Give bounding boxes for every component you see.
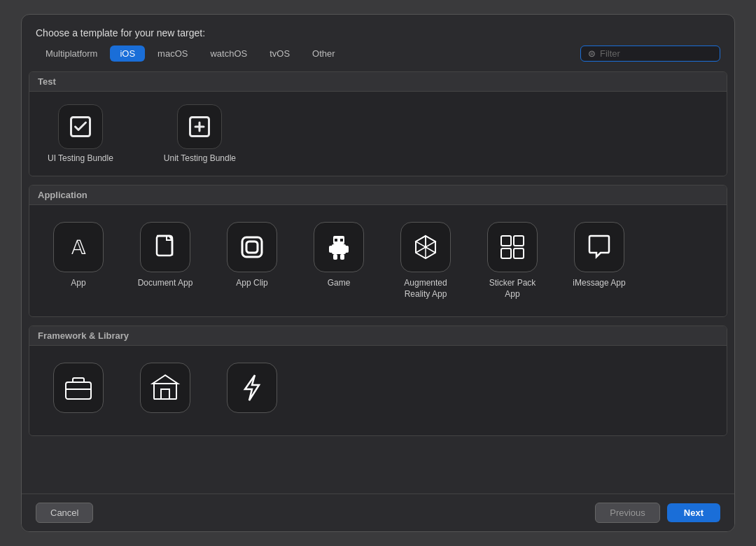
svg-rect-26 (154, 384, 176, 399)
framework-icon-1 (53, 363, 104, 413)
dialog-title: Choose a template for your new target: (22, 15, 734, 46)
tab-macos[interactable]: macOS (148, 46, 197, 62)
ar-app-label: Augmented Reality App (396, 278, 455, 300)
svg-line-18 (416, 247, 426, 253)
document-app-label: Document App (138, 278, 193, 289)
previous-button[interactable]: Previous (595, 503, 660, 523)
framework-item-3[interactable] (217, 357, 287, 424)
app-label: App (71, 278, 85, 289)
application-section: Application 𝔸 App (29, 185, 727, 317)
svg-rect-11 (340, 254, 344, 260)
framework-item-1[interactable] (43, 357, 113, 424)
tab-multiplatform[interactable]: Multiplatform (36, 46, 107, 62)
test-section: Test UI Testing Bundle (29, 71, 727, 176)
document-app-item[interactable]: Document App (130, 216, 200, 305)
svg-rect-13 (340, 239, 343, 241)
template-dialog: Choose a template for your new target: M… (21, 14, 735, 532)
framework-section-title: Framework & Library (29, 326, 727, 346)
svg-text:𝔸: 𝔸 (71, 237, 86, 258)
sticker-pack-icon (487, 222, 538, 272)
imessage-app-item[interactable]: iMessage App (564, 216, 634, 305)
svg-rect-12 (335, 239, 337, 241)
svg-marker-27 (153, 375, 178, 384)
svg-rect-22 (501, 248, 511, 258)
imessage-app-icon (574, 222, 624, 272)
filter-input[interactable] (600, 48, 713, 59)
framework-icon-2 (140, 363, 190, 413)
app-clip-item[interactable]: App Clip (217, 216, 287, 305)
test-section-title: Test (29, 72, 727, 92)
application-section-title: Application (29, 186, 727, 205)
game-icon (314, 222, 364, 272)
svg-rect-10 (333, 254, 337, 260)
ui-testing-bundle-item[interactable]: UI Testing Bundle (43, 100, 118, 167)
framework-section: Framework & Library (29, 326, 727, 436)
svg-line-19 (426, 247, 435, 253)
ui-testing-icon (58, 104, 103, 149)
sticker-pack-item[interactable]: Sticker Pack App (477, 216, 547, 305)
document-app-icon (140, 222, 190, 272)
svg-marker-16 (426, 236, 435, 247)
svg-rect-7 (332, 244, 346, 254)
ar-app-item[interactable]: Augmented Reality App (391, 216, 461, 305)
svg-rect-28 (161, 389, 169, 399)
unit-testing-bundle-item[interactable]: Unit Testing Bundle (160, 100, 240, 167)
svg-rect-21 (514, 236, 524, 246)
svg-rect-8 (329, 246, 333, 253)
framework-grid (29, 346, 727, 435)
framework-icon-3 (227, 363, 277, 413)
application-grid: 𝔸 App Document App (29, 205, 727, 316)
tab-tvos[interactable]: tvOS (260, 46, 300, 62)
svg-rect-23 (514, 248, 524, 258)
test-items-row: UI Testing Bundle Unit Testing Bundle (29, 92, 727, 176)
framework-item-2[interactable] (130, 357, 200, 424)
svg-marker-30 (245, 375, 259, 400)
svg-rect-3 (157, 236, 172, 255)
tab-other[interactable]: Other (302, 46, 345, 62)
cancel-button[interactable]: Cancel (36, 503, 93, 523)
bottom-bar: Cancel Previous Next (22, 493, 734, 531)
svg-rect-4 (242, 237, 262, 257)
app-clip-label: App Clip (236, 278, 267, 289)
app-item[interactable]: 𝔸 App (43, 216, 113, 305)
unit-testing-icon (177, 104, 222, 149)
content-area: Test UI Testing Bundle (22, 67, 734, 493)
svg-rect-20 (501, 236, 511, 246)
ui-testing-label: UI Testing Bundle (48, 153, 113, 163)
svg-rect-24 (66, 382, 91, 399)
filter-icon: ⊜ (588, 48, 596, 59)
svg-rect-9 (344, 246, 349, 253)
ar-app-icon (400, 222, 451, 272)
tabs-bar: Multiplatform iOS macOS watchOS tvOS Oth… (22, 46, 734, 67)
app-icon: 𝔸 (53, 222, 104, 272)
svg-rect-5 (246, 241, 258, 253)
imessage-app-label: iMessage App (573, 278, 625, 289)
sticker-pack-label: Sticker Pack App (483, 278, 542, 300)
tab-watchos[interactable]: watchOS (200, 46, 257, 62)
next-button[interactable]: Next (667, 503, 720, 522)
unit-testing-label: Unit Testing Bundle (164, 153, 236, 163)
svg-marker-15 (416, 236, 426, 247)
game-item[interactable]: Game (304, 216, 374, 305)
tab-ios[interactable]: iOS (110, 46, 145, 62)
game-label: Game (328, 278, 351, 289)
filter-box: ⊜ (580, 46, 720, 62)
app-clip-icon (227, 222, 277, 272)
